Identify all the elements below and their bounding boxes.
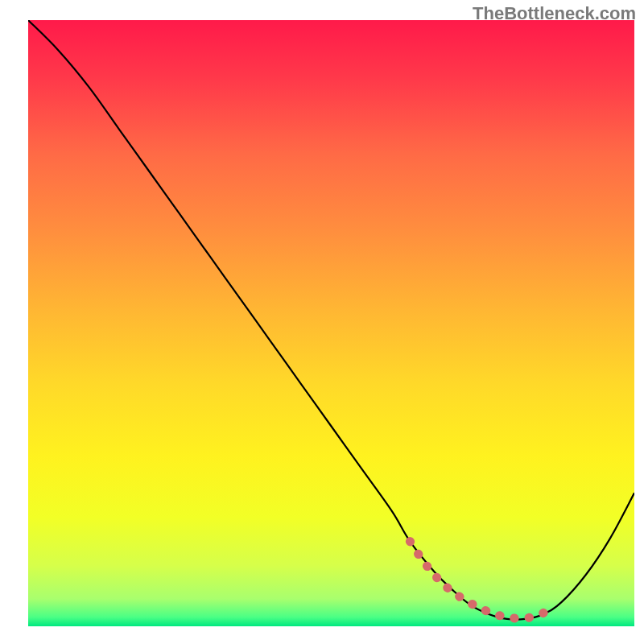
watermark-text: TheBottleneck.com [473, 3, 636, 24]
optimal-range-marker [410, 542, 555, 619]
chart-container: TheBottleneck.com [0, 0, 644, 644]
bottleneck-curve [28, 20, 634, 620]
plot-area [28, 20, 634, 626]
curve-layer [28, 20, 634, 626]
